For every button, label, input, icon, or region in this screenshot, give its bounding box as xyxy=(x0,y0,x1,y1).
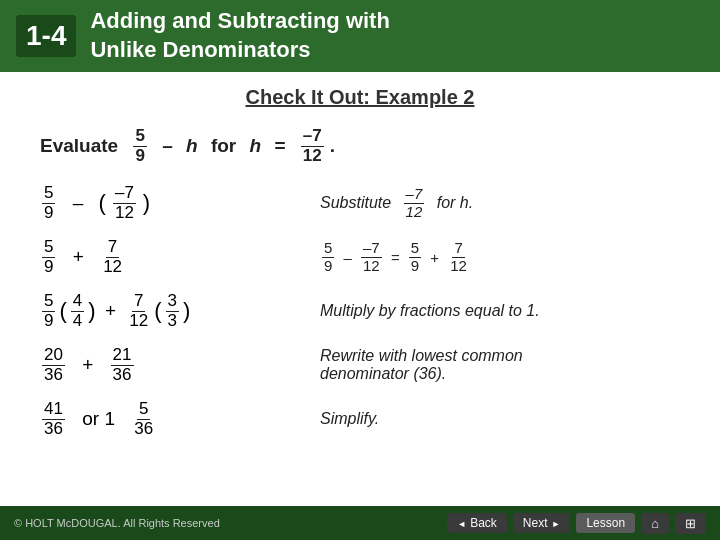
r4-frac1: 2036 xyxy=(42,346,65,384)
evaluate-h: h xyxy=(186,135,198,157)
header: 1-4 Adding and Subtracting with Unlike D… xyxy=(0,0,720,72)
r2-frac2: 712 xyxy=(101,238,124,276)
bottom-nav: Back Next Lesson xyxy=(447,513,706,534)
row5-right: Simplify. xyxy=(320,410,680,428)
r2-right-frac2: –712 xyxy=(361,240,382,274)
row5-left: 4136 or 1 536 xyxy=(40,400,320,438)
r5-frac1: 4136 xyxy=(42,400,65,438)
r4-text: Rewrite with lowest commondenominator (3… xyxy=(320,347,523,383)
r2-right-frac4: 712 xyxy=(448,240,469,274)
row-simplify: 4136 or 1 536 Simplify. xyxy=(40,399,680,439)
back-button[interactable]: Back xyxy=(447,513,507,533)
r2-frac1: 59 xyxy=(42,238,55,276)
evaluate-minus: – xyxy=(162,135,173,157)
row4-right: Rewrite with lowest commondenominator (3… xyxy=(320,347,680,383)
row-substitute: 59 – ( –712 ) Substitute –712 for h. xyxy=(40,183,680,223)
evaluate-for: for xyxy=(211,135,236,157)
r1-text-frac: –712 xyxy=(404,186,425,220)
r5-or: or 1 xyxy=(82,408,115,430)
row1-right: Substitute –712 for h. xyxy=(320,186,680,220)
next-arrow-icon xyxy=(552,516,561,530)
row3-left: 59 ( 44 ) + 712 ( 33 ) xyxy=(40,292,320,330)
evaluate-line: Evaluate 5 9 – h for h = –7 12 . xyxy=(40,127,680,165)
home-button[interactable] xyxy=(641,513,669,534)
next-label: Next xyxy=(523,516,548,530)
r4-frac2: 2136 xyxy=(111,346,134,384)
back-label: Back xyxy=(470,516,497,530)
r2-right-frac3: 59 xyxy=(409,240,421,274)
r3-text: Multiply by fractions equal to 1. xyxy=(320,302,540,320)
main-button[interactable] xyxy=(675,513,706,534)
evaluate-fraction-neg7-12: –7 12 xyxy=(301,127,324,165)
copyright: © HOLT McDOUGAL. All Rights Reserved xyxy=(14,517,220,529)
back-arrow-icon xyxy=(457,516,466,530)
r5-frac2: 536 xyxy=(132,400,155,438)
r1-frac2: –712 xyxy=(113,184,136,222)
row2-left: 59 + 712 xyxy=(40,238,320,276)
main-icon xyxy=(685,516,696,531)
r3-frac-paren1: 44 xyxy=(71,292,84,330)
bottom-bar: © HOLT McDOUGAL. All Rights Reserved Bac… xyxy=(0,506,720,540)
r3-frac1: 59 xyxy=(42,292,55,330)
home-icon xyxy=(651,516,659,531)
row-rewrite: 2036 + 2136 Rewrite with lowest commonde… xyxy=(40,345,680,385)
r3-frac2: 712 xyxy=(127,292,150,330)
header-title: Adding and Subtracting with Unlike Denom… xyxy=(90,7,389,64)
r5-text: Simplify. xyxy=(320,410,379,428)
row1-left: 59 – ( –712 ) xyxy=(40,184,320,222)
lesson-badge: 1-4 xyxy=(16,15,76,57)
row4-left: 2036 + 2136 xyxy=(40,346,320,384)
next-button[interactable]: Next xyxy=(513,513,571,533)
lesson-label: Lesson xyxy=(586,516,625,530)
r1-frac1: 59 xyxy=(42,184,55,222)
row-add: 59 + 712 59 – –712 = 59 + 712 xyxy=(40,237,680,277)
row3-right: Multiply by fractions equal to 1. xyxy=(320,302,680,320)
lesson-button[interactable]: Lesson xyxy=(576,513,635,533)
main-content: Evaluate 5 9 – h for h = –7 12 . 59 – ( … xyxy=(0,117,720,439)
row-multiply: 59 ( 44 ) + 712 ( 33 ) Multiply by fract… xyxy=(40,291,680,331)
evaluate-label: Evaluate xyxy=(40,135,118,157)
evaluate-h2: h xyxy=(250,135,262,157)
section-title: Check It Out: Example 2 xyxy=(0,72,720,117)
row2-right: 59 – –712 = 59 + 712 xyxy=(320,240,680,274)
r2-right-frac1: 59 xyxy=(322,240,334,274)
r3-frac-paren2: 33 xyxy=(166,292,179,330)
evaluate-period: . xyxy=(330,135,335,157)
r1-text-substitute: Substitute xyxy=(320,194,391,212)
r1-text-forh: for h. xyxy=(437,194,473,212)
evaluate-equals: = xyxy=(274,135,285,157)
evaluate-fraction-5-9: 5 9 xyxy=(133,127,146,165)
